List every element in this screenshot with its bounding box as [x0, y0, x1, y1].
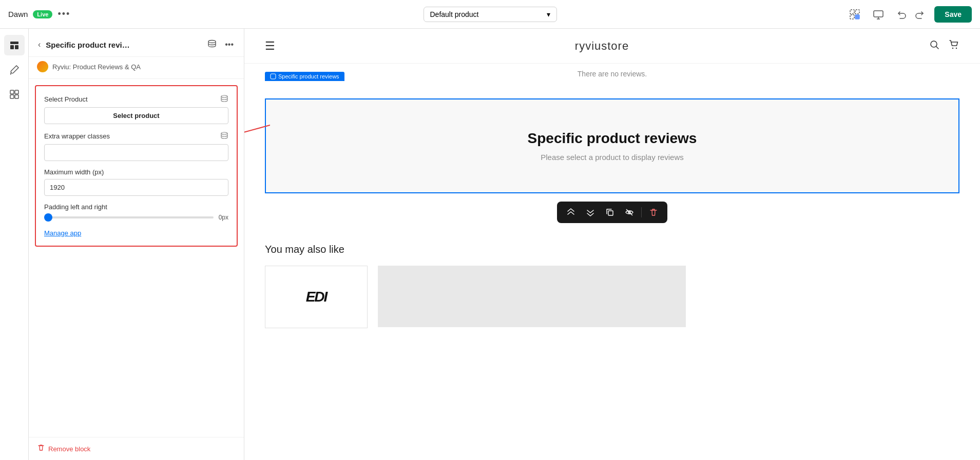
- search-icon[interactable]: [929, 39, 940, 53]
- svg-point-13: [221, 95, 227, 97]
- svg-rect-1: [855, 10, 859, 14]
- max-width-field: Maximum width (px): [44, 168, 228, 196]
- cart-icon[interactable]: [948, 39, 959, 53]
- svg-rect-11: [15, 95, 18, 98]
- move-down-icon: [586, 208, 595, 217]
- svg-rect-2: [850, 15, 854, 19]
- move-up-icon: [566, 208, 575, 217]
- desktop-icon: [873, 9, 884, 20]
- sidebar-sections-btn[interactable]: [4, 35, 25, 55]
- svg-rect-10: [10, 95, 14, 98]
- ft-duplicate-btn[interactable]: [602, 206, 618, 219]
- more-button[interactable]: •••: [57, 9, 70, 19]
- undo-button[interactable]: [893, 6, 910, 23]
- settings-box: Select Product Select product: [35, 85, 238, 247]
- extra-wrapper-label-row: Extra wrapper classes: [44, 131, 228, 141]
- delete-icon: [649, 208, 658, 217]
- block-title: Specific product reviews: [528, 130, 697, 147]
- max-width-label: Maximum width (px): [44, 168, 104, 176]
- block-subtitle: Please select a product to display revie…: [541, 153, 683, 162]
- sidebar-theme-btn[interactable]: [4, 59, 25, 80]
- product-placeholder-text: EDI: [306, 289, 327, 305]
- topbar-left: Dawn Live •••: [8, 9, 325, 19]
- product-card-img-1: EDI: [265, 266, 367, 328]
- sidebar-add-btn[interactable]: [4, 84, 25, 105]
- layers-icon: [207, 39, 217, 48]
- store-icons: [929, 39, 959, 53]
- chevron-down-icon: ▾: [547, 10, 550, 18]
- padding-label-row: Padding left and right: [44, 203, 228, 211]
- ft-move-up-btn[interactable]: [563, 206, 579, 219]
- brush-icon: [9, 65, 20, 75]
- selection-icon: [849, 9, 860, 20]
- visibility-icon: [625, 208, 634, 217]
- padding-value: 0px: [219, 214, 228, 221]
- panel-more-btn[interactable]: •••: [223, 38, 236, 51]
- select-product-label-row: Select Product: [44, 94, 228, 104]
- canvas-inner: ☰ ryviustore: [244, 29, 980, 460]
- product-dropdown[interactable]: Default product ▾: [424, 7, 557, 22]
- svg-rect-9: [15, 90, 18, 94]
- select-product-label: Select Product: [44, 95, 88, 103]
- ft-visibility-btn[interactable]: [622, 206, 637, 219]
- select-product-button[interactable]: Select product: [44, 107, 228, 124]
- product-card-1[interactable]: EDI: [265, 266, 368, 328]
- ft-separator: [641, 207, 642, 217]
- svg-rect-7: [15, 45, 18, 49]
- svg-point-17: [956, 48, 957, 49]
- floating-toolbar: [557, 202, 667, 223]
- select-product-db-icon: [220, 94, 228, 104]
- desktop-view-btn[interactable]: [870, 6, 887, 23]
- live-badge: Live: [33, 10, 52, 18]
- block-label-icon: [270, 73, 276, 79]
- left-panel: ‹ Specific product revi… ••• Ryviu: Prod…: [29, 29, 244, 460]
- canvas[interactable]: ☰ ryviustore: [244, 29, 980, 460]
- product-dropdown-value: Default product: [430, 10, 479, 18]
- ryviu-icon: [37, 61, 48, 72]
- svg-rect-6: [10, 45, 14, 49]
- store-header: ☰ ryviustore: [244, 29, 980, 64]
- duplicate-icon: [605, 208, 614, 217]
- panel-back-button[interactable]: ‹: [37, 39, 42, 50]
- svg-rect-21: [608, 211, 613, 215]
- svg-rect-3: [855, 15, 859, 19]
- panel-db-icon-btn[interactable]: [205, 37, 219, 52]
- block-label-text: Specific product reviews: [278, 73, 339, 79]
- selection-tool-btn[interactable]: [846, 6, 863, 23]
- sections-icon: [9, 40, 20, 50]
- product-row: EDI: [265, 266, 959, 328]
- ft-delete-btn[interactable]: [646, 206, 661, 219]
- redo-button[interactable]: [912, 6, 928, 23]
- undo-redo-group: [893, 6, 928, 23]
- svg-point-14: [221, 132, 227, 134]
- max-width-label-row: Maximum width (px): [44, 168, 228, 176]
- product-card-grey: [378, 266, 686, 327]
- you-may-also-like-section: You may also like EDI: [244, 223, 980, 338]
- add-icon: [9, 89, 20, 99]
- undo-icon: [896, 9, 907, 19]
- hamburger-icon[interactable]: ☰: [265, 39, 275, 53]
- remove-block-label: Remove block: [48, 445, 90, 453]
- store-name: ryviustore: [575, 39, 629, 53]
- topbar-right: Save: [655, 6, 972, 23]
- ft-move-down-btn[interactable]: [583, 206, 598, 219]
- redo-icon: [915, 9, 925, 19]
- extra-wrapper-input[interactable]: [44, 144, 228, 161]
- padding-slider[interactable]: [44, 216, 214, 218]
- manage-app-link[interactable]: Manage app: [44, 229, 81, 237]
- selected-block-container: Specific product reviews Specific produc…: [265, 84, 959, 223]
- topbar-center: Default product ▾: [332, 7, 649, 22]
- selected-block[interactable]: Specific product reviews Please select a…: [265, 98, 959, 193]
- padding-slider-row: 0px: [44, 214, 228, 221]
- svg-rect-8: [10, 90, 14, 94]
- svg-rect-4: [874, 11, 883, 17]
- svg-rect-5: [10, 42, 18, 44]
- no-reviews-label: There are no reviews.: [578, 70, 647, 78]
- cart-icon-svg: [948, 39, 959, 50]
- max-width-input[interactable]: [44, 179, 228, 196]
- panel-scroll-area: Select Product Select product: [29, 79, 244, 437]
- topbar: Dawn Live ••• Default product ▾: [0, 0, 980, 29]
- save-button[interactable]: Save: [934, 6, 972, 23]
- remove-block-button[interactable]: Remove block: [37, 444, 90, 454]
- padding-label: Padding left and right: [44, 203, 107, 211]
